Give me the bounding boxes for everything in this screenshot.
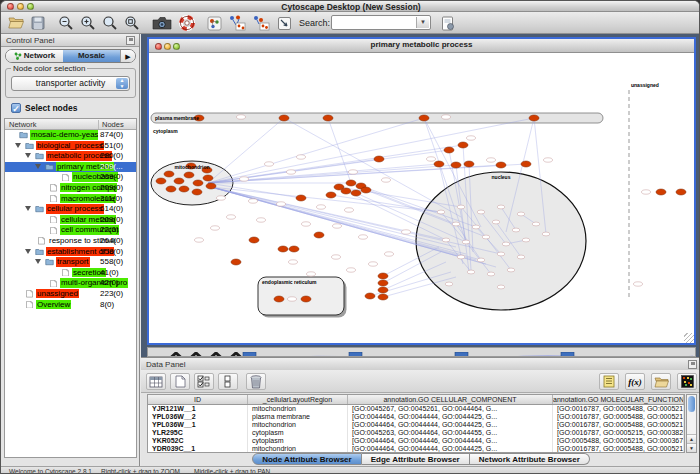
vizmapper-icon[interactable] (205, 14, 223, 32)
table-row[interactable]: YKR052Ccytoplasm[GO:0044464, GO:0044446,… (148, 437, 684, 445)
selected-network-node[interactable] (164, 171, 174, 177)
tree-row[interactable]: establishment of lo558(0) (5, 247, 136, 258)
network-node[interactable] (287, 170, 296, 174)
selected-network-node[interactable] (323, 115, 333, 121)
tree-row[interactable]: mosaic-demo-yeast874(0) (5, 130, 136, 141)
tree-row[interactable]: nucleobase-209(0) (5, 172, 136, 183)
selected-network-node[interactable] (378, 287, 388, 293)
help-icon[interactable] (178, 14, 196, 32)
snapshot-icon[interactable] (151, 14, 173, 32)
network-node[interactable] (195, 238, 204, 242)
selected-network-node[interactable] (341, 188, 351, 194)
search-options-icon[interactable] (439, 14, 457, 32)
select-attributes-icon[interactable] (146, 373, 166, 390)
network-node[interactable] (349, 170, 358, 174)
network-node[interactable] (317, 205, 326, 209)
network-node[interactable] (497, 252, 505, 256)
network-node[interactable] (442, 115, 451, 119)
selected-network-node[interactable] (203, 175, 213, 181)
table-column-header[interactable]: ID (148, 395, 248, 404)
network-node[interactable] (277, 202, 286, 206)
network-node[interactable] (297, 155, 306, 159)
import-attributes-icon[interactable] (651, 373, 671, 390)
selected-network-node[interactable] (434, 161, 444, 167)
disclosure-triangle-icon[interactable] (25, 153, 31, 158)
disclosure-triangle-icon[interactable] (25, 206, 31, 211)
selected-network-node[interactable] (166, 186, 176, 192)
table-row[interactable]: YPL036W__2plasma membrane[GO:0044464, GO… (148, 413, 684, 421)
network-canvas[interactable]: plasma membranecytoplasmmitochondrionnuc… (149, 53, 694, 343)
tree-row[interactable]: transport558(0) (5, 257, 136, 268)
window-resize-grip[interactable] (684, 333, 694, 343)
selected-network-node[interactable] (289, 246, 299, 252)
tree-row[interactable]: biological_process651(0) (5, 141, 136, 152)
attribute-list-icon[interactable] (599, 373, 619, 390)
selected-network-node[interactable] (274, 296, 284, 302)
tab-node-attribute-browser[interactable]: Node Attribute Browser (252, 453, 362, 465)
selected-network-node[interactable] (351, 190, 361, 196)
selected-network-node[interactable] (301, 296, 311, 302)
network-node[interactable] (467, 270, 475, 274)
network-edge[interactable] (211, 187, 441, 212)
selected-network-node[interactable] (156, 178, 166, 184)
network-node[interactable] (437, 210, 445, 214)
network-node[interactable] (532, 222, 540, 226)
selected-network-node[interactable] (676, 189, 686, 195)
selected-network-node[interactable] (279, 115, 289, 121)
selected-network-node[interactable] (249, 237, 259, 243)
tree-row[interactable]: nitrogen compo209(0) (5, 183, 136, 194)
table-row[interactable]: YPL036W__1mitochondrion[GO:0044464, GO:0… (148, 421, 684, 429)
new-attribute-icon[interactable] (170, 373, 190, 390)
network-node[interactable] (332, 255, 341, 259)
selected-network-node[interactable] (521, 161, 531, 167)
table-row[interactable]: YJR121W__1mitochondrion[GO:0045267, GO:0… (148, 405, 684, 413)
selected-network-node[interactable] (193, 180, 203, 186)
tab-mosaic[interactable]: Mosaic (63, 50, 120, 62)
network-node[interactable] (457, 205, 465, 209)
network-node[interactable] (249, 199, 258, 203)
network-edge[interactable] (208, 118, 424, 183)
search-dropdown-arrow-icon[interactable]: ▼ (416, 17, 429, 28)
selected-network-node[interactable] (206, 183, 216, 189)
select-all-attributes-icon[interactable] (194, 373, 214, 390)
network-node[interactable] (347, 268, 356, 272)
network-window-titlebar[interactable]: primary metabolic process (149, 39, 694, 53)
zoom-selected-icon[interactable] (123, 14, 141, 32)
selected-network-node[interactable] (192, 189, 202, 195)
selected-network-node[interactable] (496, 162, 506, 168)
network-node[interactable] (492, 220, 500, 224)
disclosure-triangle-icon[interactable] (35, 259, 41, 264)
selected-network-node[interactable] (419, 115, 429, 121)
selected-network-node[interactable] (656, 189, 666, 195)
network-node[interactable] (472, 225, 480, 229)
selected-network-node[interactable] (314, 232, 324, 238)
tab-network-attribute-browser[interactable]: Network Attribute Browser (470, 453, 590, 465)
tree-row[interactable]: primary metabo209(... (5, 162, 136, 173)
network-node[interactable] (402, 230, 411, 234)
tree-row[interactable]: metabolic process280(0) (5, 151, 136, 162)
selected-network-node[interactable] (296, 195, 306, 201)
delete-attribute-icon[interactable] (246, 373, 266, 390)
selected-network-node[interactable] (378, 294, 388, 300)
network-node[interactable] (289, 260, 298, 264)
network-node[interactable] (542, 232, 550, 236)
function-builder-icon[interactable]: f(x) (625, 373, 645, 390)
network-node[interactable] (217, 196, 226, 200)
network-node[interactable] (517, 212, 525, 216)
selected-network-node[interactable] (464, 161, 474, 167)
network-node[interactable] (382, 178, 391, 182)
network-node[interactable] (467, 136, 476, 140)
selected-network-node[interactable] (451, 162, 461, 168)
network-node[interactable] (227, 215, 236, 219)
selected-network-node[interactable] (458, 142, 468, 148)
network-node[interactable] (487, 272, 495, 276)
save-icon[interactable] (29, 14, 47, 32)
network-node[interactable] (333, 224, 342, 228)
tree-row[interactable]: cell communicat22(0) (5, 225, 136, 236)
selected-network-node[interactable] (184, 172, 194, 178)
disclosure-triangle-icon[interactable] (15, 143, 21, 148)
network-node[interactable] (457, 255, 465, 259)
node-color-dropdown[interactable]: transporter activity ▲▼ (11, 76, 130, 91)
select-nodes-checkbox[interactable]: ✓ (11, 103, 21, 113)
network-node[interactable] (522, 238, 530, 242)
